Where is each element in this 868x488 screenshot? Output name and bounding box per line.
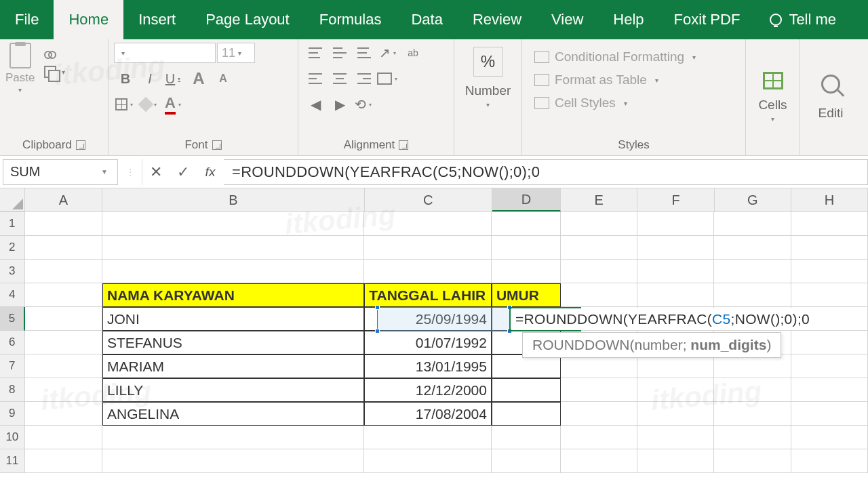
cell[interactable] — [791, 260, 868, 283]
cell[interactable] — [791, 354, 868, 378]
cell[interactable] — [364, 260, 492, 283]
orientation-button[interactable]: ↗▾ — [377, 43, 400, 63]
cell[interactable] — [637, 283, 714, 307]
fx-button[interactable]: fx — [197, 159, 224, 185]
cell[interactable] — [637, 426, 714, 449]
cell[interactable] — [492, 354, 561, 378]
cell[interactable] — [637, 236, 714, 260]
row-header[interactable]: 8 — [0, 378, 25, 402]
borders-button[interactable]: ▾ — [114, 94, 137, 115]
cell[interactable] — [492, 449, 561, 473]
cell[interactable] — [364, 236, 492, 260]
cell[interactable] — [791, 426, 868, 449]
cancel-button[interactable]: ✕ — [142, 159, 170, 185]
cell[interactable] — [25, 449, 102, 473]
select-all-corner[interactable] — [0, 188, 25, 211]
cell[interactable] — [791, 402, 868, 426]
cell[interactable]: 25/09/1994 — [364, 307, 492, 331]
cell[interactable] — [561, 426, 637, 449]
cell[interactable] — [364, 449, 492, 473]
cell[interactable] — [791, 283, 868, 307]
wrap-text-button[interactable]: ab — [401, 43, 425, 63]
formula-input[interactable]: =ROUNDDOWN(YEARFRAC(C5;NOW();0);0 — [224, 159, 868, 185]
font-launcher[interactable] — [212, 140, 222, 150]
tab-page-layout[interactable]: Page Layout — [191, 0, 304, 39]
cell[interactable] — [492, 402, 561, 426]
tab-file[interactable]: File — [0, 0, 54, 39]
align-left-button[interactable] — [304, 68, 327, 89]
font-size-combo[interactable]: 11▾ — [217, 43, 255, 63]
grow-font-button[interactable]: A — [187, 68, 210, 89]
cell[interactable] — [364, 426, 492, 449]
cell[interactable] — [714, 236, 791, 260]
find-icon[interactable] — [821, 75, 840, 94]
cell[interactable] — [561, 402, 637, 426]
cell[interactable] — [492, 236, 561, 260]
tab-insert[interactable]: Insert — [123, 0, 191, 39]
tab-data[interactable]: Data — [396, 0, 457, 39]
col-header-c[interactable]: C — [365, 188, 492, 211]
cell[interactable] — [714, 378, 791, 402]
cell[interactable] — [25, 260, 102, 283]
cell[interactable] — [102, 260, 364, 283]
col-header-f[interactable]: F — [637, 188, 714, 211]
row-header[interactable]: 2 — [0, 236, 25, 260]
cell[interactable] — [102, 236, 364, 260]
row-header[interactable]: 11 — [0, 449, 25, 473]
cell[interactable] — [492, 426, 561, 449]
row-header[interactable]: 1 — [0, 212, 25, 236]
cell[interactable] — [25, 402, 102, 426]
paste-button[interactable]: Paste ▾ — [5, 43, 35, 94]
cell[interactable]: 13/01/1995 — [364, 354, 492, 378]
cell[interactable] — [492, 378, 561, 402]
cell[interactable] — [492, 212, 561, 236]
cell[interactable]: TANGGAL LAHIR — [364, 283, 492, 307]
cell[interactable] — [25, 283, 102, 307]
cell[interactable] — [561, 354, 637, 378]
font-family-combo[interactable]: ▾ — [114, 43, 216, 63]
cell[interactable] — [25, 236, 102, 260]
cell[interactable] — [561, 449, 637, 473]
cell[interactable] — [102, 212, 364, 236]
cell[interactable] — [561, 378, 637, 402]
cell[interactable] — [25, 354, 102, 378]
cell[interactable] — [561, 236, 637, 260]
font-color-button[interactable]: A▾ — [163, 94, 186, 115]
col-header-e[interactable]: E — [561, 188, 637, 211]
italic-button[interactable]: I — [138, 68, 161, 89]
cell[interactable] — [25, 331, 102, 354]
cell[interactable]: STEFANUS — [102, 331, 364, 354]
align-right-button[interactable] — [353, 68, 376, 89]
percent-button[interactable]: % — [473, 47, 503, 77]
cell[interactable] — [637, 402, 714, 426]
cell[interactable] — [561, 260, 637, 283]
align-center-button[interactable] — [328, 68, 351, 89]
increase-indent-button[interactable]: ▶ — [328, 94, 351, 115]
cell[interactable] — [637, 260, 714, 283]
number-dropdown[interactable]: ▾ — [484, 101, 492, 108]
cell[interactable] — [102, 426, 364, 449]
cell[interactable] — [25, 212, 102, 236]
cell[interactable] — [714, 402, 791, 426]
cell[interactable] — [714, 212, 791, 236]
cell[interactable] — [364, 212, 492, 236]
orientation2-button[interactable]: ⟲▾ — [353, 94, 376, 115]
copy-button[interactable]: ▾ — [44, 66, 68, 78]
row-header[interactable]: 5 — [0, 307, 25, 331]
cell[interactable] — [714, 283, 791, 307]
cell[interactable] — [714, 354, 791, 378]
cell[interactable]: 12/12/2000 — [364, 378, 492, 402]
cell[interactable]: JONI — [102, 307, 364, 331]
cell[interactable] — [791, 378, 868, 402]
cell[interactable] — [25, 307, 102, 331]
merge-button[interactable]: ▾ — [377, 68, 400, 89]
fill-color-button[interactable]: ▾ — [138, 94, 161, 115]
row-header[interactable]: 7 — [0, 354, 25, 378]
cell[interactable] — [561, 212, 637, 236]
cell[interactable] — [637, 354, 714, 378]
cell[interactable] — [561, 283, 637, 307]
cell[interactable] — [637, 449, 714, 473]
align-bottom-button[interactable] — [353, 43, 376, 63]
cell[interactable]: NAMA KARYAWAN — [102, 283, 364, 307]
cell[interactable]: 01/07/1992 — [364, 331, 492, 354]
